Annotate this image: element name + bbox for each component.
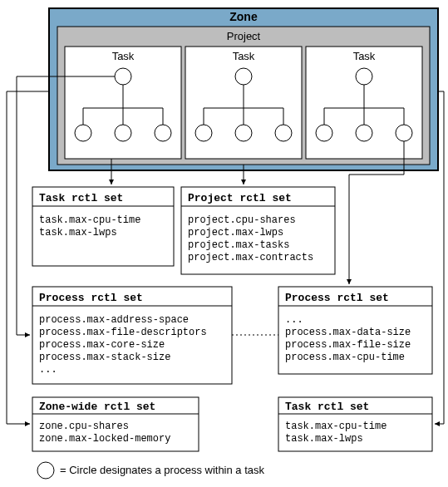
- project-title: Project: [227, 30, 261, 42]
- process-rctl-left-title: Process rctl set: [39, 292, 143, 304]
- process-circle: [235, 68, 252, 85]
- pll1: process.max-file-descriptors: [39, 327, 207, 338]
- zone-wide-title: Zone-wide rctl set: [39, 401, 155, 413]
- process-circle: [115, 68, 131, 85]
- prr2: process.max-file-size: [285, 339, 411, 351]
- task-label-3: Task: [353, 50, 376, 62]
- pll4: ...: [39, 364, 57, 376]
- project-rctl-box: Project rctl set project.cpu-shares proj…: [181, 187, 335, 274]
- project-rctl-title: Project rctl set: [188, 192, 292, 204]
- pll0: process.max-address-space: [39, 314, 189, 326]
- process-circle: [275, 125, 292, 141]
- zw1: zone.max-locked-memory: [39, 433, 170, 445]
- task-label-1: Task: [112, 50, 135, 62]
- process-circle: [235, 125, 252, 141]
- process-circle: [396, 125, 412, 141]
- prr0: ...: [285, 314, 303, 326]
- legend-text: = Circle designates a process within a t…: [60, 464, 265, 476]
- trl-line0: task.max-cpu-time: [39, 214, 140, 226]
- process-circle: [356, 68, 372, 85]
- prr3: process.max-cpu-time: [285, 352, 405, 363]
- zone-title: Zone: [229, 10, 258, 23]
- process-circle: [316, 125, 332, 141]
- pll2: process.max-core-size: [39, 339, 165, 351]
- task-rctl-right-box: Task rctl set task.max-cpu-time task.max…: [278, 397, 432, 451]
- zw0: zone.cpu-shares: [39, 421, 129, 432]
- process-rctl-right-title: Process rctl set: [285, 292, 389, 304]
- trr0: task.max-cpu-time: [285, 421, 386, 432]
- process-circle: [155, 125, 171, 141]
- zone-wide-box: Zone-wide rctl set zone.cpu-shares zone.…: [32, 397, 199, 451]
- task-box-3: Task: [306, 47, 422, 159]
- process-rctl-right-box: Process rctl set ... process.max-data-si…: [278, 287, 432, 374]
- process-circle: [356, 125, 372, 141]
- prj-line2: project.max-tasks: [188, 239, 289, 251]
- trl-line1: task.max-lwps: [39, 227, 117, 239]
- process-circle: [115, 125, 131, 141]
- process-circle: [75, 125, 91, 141]
- prj-line1: project.max-lwps: [188, 227, 283, 239]
- task-box-2: Task: [185, 47, 302, 159]
- prr1: process.max-data-size: [285, 327, 411, 338]
- process-circle: [195, 125, 212, 141]
- task-box-1: Task: [65, 47, 181, 159]
- trr1: task.max-lwps: [285, 433, 363, 445]
- task-rctl-right-title: Task rctl set: [285, 401, 369, 413]
- prj-line3: project.max-contracts: [188, 252, 313, 263]
- task-rctl-left-box: Task rctl set task.max-cpu-time task.max…: [32, 187, 174, 266]
- legend-circle-icon: [37, 462, 54, 479]
- process-rctl-left-box: Process rctl set process.max-address-spa…: [32, 287, 232, 384]
- pll3: process.max-stack-size: [39, 352, 170, 363]
- task-label-2: Task: [233, 50, 255, 62]
- task-rctl-left-title: Task rctl set: [39, 192, 123, 204]
- legend: = Circle designates a process within a t…: [37, 462, 265, 479]
- prj-line0: project.cpu-shares: [188, 214, 296, 226]
